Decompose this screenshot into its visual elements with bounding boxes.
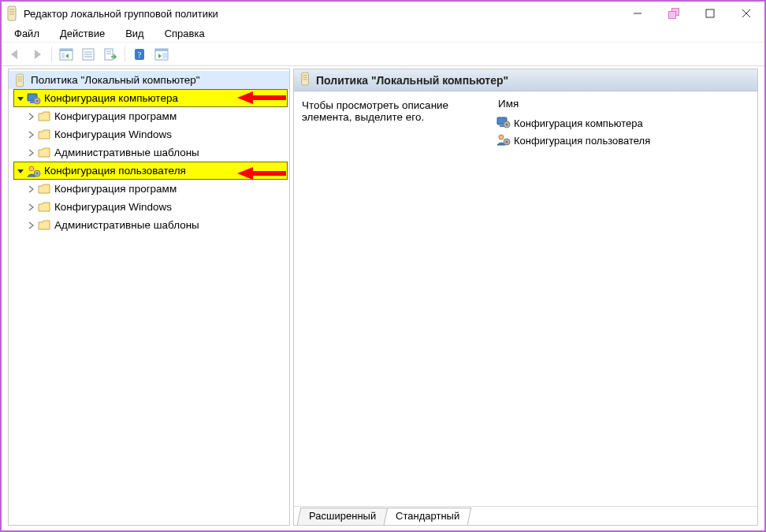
tree-user-label: Конфигурация пользователя (44, 165, 186, 177)
close-button[interactable] (728, 2, 764, 25)
svg-point-35 (36, 172, 39, 174)
details-header-title: Политика "Локальный компьютер" (316, 74, 508, 87)
list-item-user-configuration[interactable]: Конфигурация пользователя (496, 132, 757, 149)
folder-icon (37, 200, 51, 214)
svg-rect-16 (105, 49, 113, 60)
column-header-name[interactable]: Имя (496, 96, 757, 114)
chevron-right-icon[interactable] (24, 147, 37, 159)
svg-rect-25 (17, 74, 24, 87)
menubar: Файл Действие Вид Справка (2, 25, 764, 43)
tree-user-windows[interactable]: Конфигурация Windows (9, 198, 289, 216)
svg-point-32 (36, 99, 39, 102)
svg-text:?: ? (138, 50, 142, 59)
maximize-button[interactable] (692, 2, 728, 25)
svg-rect-0 (8, 6, 16, 20)
svg-point-46 (499, 135, 504, 140)
list-item-computer-configuration[interactable]: Конфигурация компьютера (496, 114, 757, 132)
tree-root-label: Политика "Локальный компьютер" (31, 74, 200, 86)
export-list-button[interactable] (100, 44, 121, 65)
details-panel: Политика "Локальный компьютер" Чтобы про… (293, 69, 758, 526)
user-config-icon (496, 133, 511, 148)
svg-rect-23 (162, 53, 167, 58)
restore-button[interactable] (656, 2, 692, 25)
svg-rect-22 (155, 49, 168, 51)
window-title: Редактор локальной групповой политики (24, 8, 218, 20)
restore-icon (668, 8, 679, 19)
svg-point-33 (29, 166, 34, 171)
tree-user-software-label: Конфигурация программ (54, 183, 177, 195)
chevron-right-icon[interactable] (24, 201, 37, 214)
folder-icon (37, 218, 51, 233)
show-hide-tree-button[interactable] (56, 44, 76, 65)
folder-icon (37, 128, 51, 142)
tabstrip: Расширенный Стандартный (294, 506, 757, 525)
tree-computer-software[interactable]: Конфигурация программ (9, 107, 289, 125)
computer-config-icon (496, 116, 511, 131)
list-item-user-label: Конфигурация пользователя (514, 135, 650, 147)
properties-button[interactable] (78, 44, 99, 65)
tab-extended[interactable]: Расширенный (297, 508, 389, 525)
chevron-right-icon[interactable] (24, 219, 37, 232)
tree-computer-admtemplates-label: Административные шаблоны (54, 147, 199, 158)
window-controls (619, 2, 764, 25)
folder-icon (37, 146, 51, 160)
svg-point-45 (506, 123, 508, 125)
tree-user-software[interactable]: Конфигурация программ (9, 180, 289, 198)
details-list: Имя Конфигурация компьютера Конфигурация… (496, 91, 757, 506)
help-button[interactable]: ? (129, 44, 150, 65)
menu-help[interactable]: Справка (157, 26, 213, 41)
menu-file[interactable]: Файл (6, 26, 47, 41)
tree-computer-label: Конфигурация компьютера (44, 92, 178, 104)
scroll-icon (13, 73, 28, 87)
tree-user-configuration[interactable]: Конфигурация пользователя (13, 162, 288, 180)
scroll-icon (300, 72, 311, 88)
tree-panel: Политика "Локальный компьютер" Конфигура… (8, 69, 290, 526)
tree-user-admtemplates[interactable]: Административные шаблоны (9, 216, 289, 234)
chevron-right-icon[interactable] (24, 128, 37, 141)
svg-point-48 (506, 140, 508, 143)
back-button[interactable] (5, 44, 25, 65)
tree-root-local-computer-policy[interactable]: Политика "Локальный компьютер" (9, 71, 289, 89)
details-description: Чтобы просмотреть описание элемента, выд… (294, 91, 496, 506)
chevron-right-icon[interactable] (24, 110, 37, 123)
app-scroll-icon (6, 6, 19, 21)
tree-computer-admtemplates[interactable]: Административные шаблоны (9, 143, 289, 162)
menu-action[interactable]: Действие (52, 26, 113, 41)
show-hide-action-pane-button[interactable] (151, 44, 172, 65)
menu-view[interactable]: Вид (117, 26, 152, 41)
svg-rect-5 (706, 9, 714, 17)
svg-rect-38 (302, 73, 309, 85)
tree-computer-software-label: Конфигурация программ (54, 110, 177, 122)
folder-icon (37, 182, 51, 196)
tab-standard[interactable]: Стандартный (384, 508, 472, 525)
svg-rect-9 (60, 49, 73, 51)
computer-config-icon (27, 91, 41, 106)
tree-computer-windows-label: Конфигурация Windows (54, 128, 172, 140)
tree-user-admtemplates-label: Административные шаблоны (54, 219, 199, 231)
tree-computer-configuration[interactable]: Конфигурация компьютера (13, 89, 288, 107)
tree-computer-windows[interactable]: Конфигурация Windows (9, 125, 289, 143)
folder-icon (37, 110, 51, 124)
toolbar: ? (2, 43, 764, 66)
svg-rect-10 (61, 53, 65, 58)
tree-user-windows-label: Конфигурация Windows (54, 201, 172, 213)
user-config-icon (27, 164, 41, 178)
chevron-down-icon[interactable] (14, 92, 27, 105)
details-header: Политика "Локальный компьютер" (294, 69, 757, 91)
chevron-down-icon[interactable] (14, 165, 27, 177)
minimize-button[interactable] (619, 2, 656, 25)
chevron-right-icon[interactable] (24, 183, 37, 195)
forward-button[interactable] (27, 44, 47, 65)
titlebar: Редактор локальной групповой политики (2, 2, 764, 25)
list-item-computer-label: Конфигурация компьютера (514, 117, 643, 129)
